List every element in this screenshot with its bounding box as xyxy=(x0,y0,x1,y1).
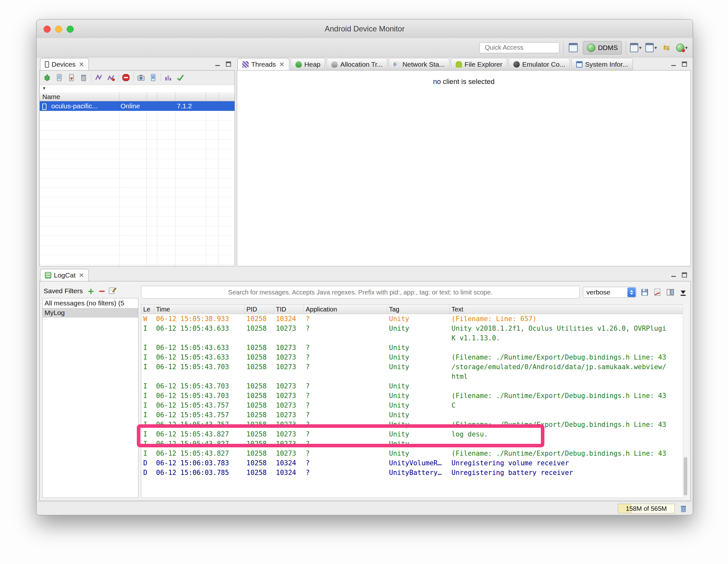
log-row[interactable]: I06-12 15:05:43.8271025810273?Unity(File… xyxy=(141,449,688,458)
devices-panel: Devices ✕ xyxy=(39,58,235,266)
add-filter-button[interactable]: ＋ xyxy=(86,286,96,296)
ddms-perspective-button[interactable]: DDMS xyxy=(583,41,622,54)
display-filters-icon[interactable] xyxy=(666,287,675,297)
log-cell: D xyxy=(141,458,154,468)
cause-gc-icon[interactable] xyxy=(79,73,88,82)
logcat-scrollbar[interactable] xyxy=(683,304,688,498)
maximize-panel-icon[interactable] xyxy=(681,61,688,68)
system-information-icon xyxy=(576,61,583,68)
log-cell: I xyxy=(141,391,154,401)
log-cell: Unity xyxy=(387,362,450,381)
log-row[interactable]: W06-12 15:05:38.9331025810324?Unity(File… xyxy=(141,314,688,324)
log-row[interactable]: I06-12 15:05:43.6331025810273?Unity(File… xyxy=(141,353,688,362)
log-row[interactable]: D06-12 15:06:03.7831025810324?UnityVolum… xyxy=(141,458,688,468)
tab-system-information[interactable]: System Infor... xyxy=(571,58,633,70)
tab-allocation-tracker[interactable]: Allocation Tr... xyxy=(327,58,387,70)
debug-process-icon[interactable] xyxy=(42,73,52,82)
open-perspective-icon[interactable] xyxy=(567,42,579,54)
navigation-arrows-icon[interactable]: ⇆ xyxy=(661,42,672,54)
log-row[interactable]: I06-12 15:05:43.6331025810273?UnityUnity… xyxy=(141,324,688,343)
column-pid: PID xyxy=(244,305,274,314)
opengl-trace-icon[interactable] xyxy=(176,73,185,82)
system-trace-icon[interactable] xyxy=(163,73,173,82)
toolbar-overflow-chevron-icon[interactable]: ▾ xyxy=(43,85,45,92)
log-row[interactable]: I06-12 15:05:43.8271025810273?Unitylog d… xyxy=(141,429,688,439)
filter-item-all-messages[interactable]: All messages (no filters) (5 xyxy=(43,298,138,308)
log-row[interactable]: I06-12 15:05:43.8271025810273?Unity xyxy=(141,439,688,449)
link-with-editor-icon[interactable]: ▾ xyxy=(645,42,657,54)
tab-heap[interactable]: Heap xyxy=(291,58,325,70)
log-row[interactable]: I06-12 15:05:43.6331025810273?Unity xyxy=(141,343,688,353)
toolbar-separator xyxy=(626,41,626,54)
log-cell: I xyxy=(141,324,154,343)
log-cell: I xyxy=(141,381,154,391)
logcat-table-header[interactable]: Le Time PID TID Application Tag Text xyxy=(141,304,688,314)
log-cell: Unity xyxy=(387,410,450,420)
update-threads-icon[interactable] xyxy=(94,73,103,82)
run-profile-icon[interactable]: ▾ xyxy=(676,42,688,54)
threads-icon xyxy=(242,61,249,68)
screen-capture-icon[interactable] xyxy=(136,73,146,82)
clear-log-icon[interactable] xyxy=(653,287,662,297)
quick-access-input[interactable] xyxy=(484,44,570,52)
remove-filter-button[interactable]: − xyxy=(99,286,105,296)
update-heap-icon[interactable] xyxy=(54,73,64,82)
log-row[interactable]: I06-12 15:05:43.7031025810273?Unity xyxy=(141,381,688,391)
tab-file-explorer[interactable]: File Explorer xyxy=(451,58,507,70)
quick-access-box[interactable] xyxy=(479,42,559,53)
log-row[interactable]: I06-12 15:05:43.7571025810273?Unity(File… xyxy=(141,420,688,429)
log-cell: Unity xyxy=(387,314,450,324)
window-title: Android Device Monitor xyxy=(37,20,693,38)
run-garbage-collector-icon[interactable] xyxy=(679,504,688,513)
log-row[interactable]: I06-12 15:05:43.7031025810273?Unity(File… xyxy=(141,391,688,401)
log-cell: ? xyxy=(304,391,387,401)
heap-status-widget[interactable]: 158M of 565M xyxy=(618,504,675,513)
scrollbar-thumb[interactable] xyxy=(684,457,687,495)
saved-filters-title: Saved Filters xyxy=(44,287,83,295)
tab-allocation-label: Allocation Tr... xyxy=(340,61,383,68)
tab-threads[interactable]: Threads ✕ xyxy=(237,58,289,70)
stop-process-icon[interactable] xyxy=(121,73,131,82)
close-icon[interactable]: ✕ xyxy=(279,61,285,68)
dump-hprof-icon[interactable] xyxy=(67,73,76,82)
maximize-panel-icon[interactable] xyxy=(681,271,688,278)
tab-logcat[interactable]: LogCat ✕ xyxy=(40,269,89,281)
minimize-panel-icon[interactable] xyxy=(670,271,677,278)
heap-icon xyxy=(295,61,302,68)
log-row[interactable]: I06-12 15:05:43.7571025810273?Unity xyxy=(141,410,688,420)
tab-emulator-control[interactable]: Emulator Co... xyxy=(509,58,570,70)
log-cell-text: (Filename: ./Runtime/Export/Debug.bindin… xyxy=(450,353,688,362)
log-cell: 06-12 15:05:43.827 xyxy=(154,439,244,449)
log-level-dropdown[interactable]: verbose xyxy=(583,287,637,298)
scroll-to-bottom-icon[interactable] xyxy=(678,287,688,297)
log-cell: Unity xyxy=(387,439,450,449)
save-log-icon[interactable] xyxy=(640,287,649,297)
edit-filter-button[interactable] xyxy=(108,286,117,296)
tab-devices[interactable]: Devices ✕ xyxy=(40,58,89,70)
maximize-panel-icon[interactable] xyxy=(225,61,232,68)
ddms-icon xyxy=(587,44,595,52)
log-cell: ? xyxy=(304,381,387,391)
log-cell: ? xyxy=(304,420,387,429)
close-icon[interactable]: ✕ xyxy=(79,271,84,279)
log-row[interactable]: I06-12 15:05:43.7031025810273?Unity/stor… xyxy=(141,362,688,381)
logcat-search-input[interactable] xyxy=(141,286,580,299)
devices-table-header[interactable]: Name xyxy=(40,92,235,101)
log-cell: 10273 xyxy=(274,449,304,458)
log-cell-text: (Filename: ./Runtime/Export/Debug.bindin… xyxy=(450,420,688,429)
log-cell: ? xyxy=(304,353,387,362)
device-row-selected[interactable]: oculus-pacific... Online 7.1.2 xyxy=(40,101,235,111)
view-hierarchy-icon[interactable] xyxy=(148,73,158,82)
method-profiling-icon[interactable] xyxy=(106,73,116,82)
log-row[interactable]: D06-12 15:06:03.7851025810324?UnityBatte… xyxy=(141,468,688,477)
log-row[interactable]: I06-12 15:05:43.7571025810273?UnityC xyxy=(141,401,688,410)
minimize-panel-icon[interactable] xyxy=(670,61,677,68)
tab-network-statistics[interactable]: Network Sta... xyxy=(389,58,450,70)
log-cell: 10324 xyxy=(274,458,304,468)
filter-item-mylog[interactable]: MyLog xyxy=(43,308,138,318)
log-cell: Unity xyxy=(387,429,450,439)
close-icon[interactable]: ✕ xyxy=(79,61,84,68)
minimize-panel-icon[interactable] xyxy=(214,61,221,68)
pin-editor-icon[interactable]: ▾ xyxy=(630,42,641,54)
log-cell: 10258 xyxy=(244,439,274,449)
